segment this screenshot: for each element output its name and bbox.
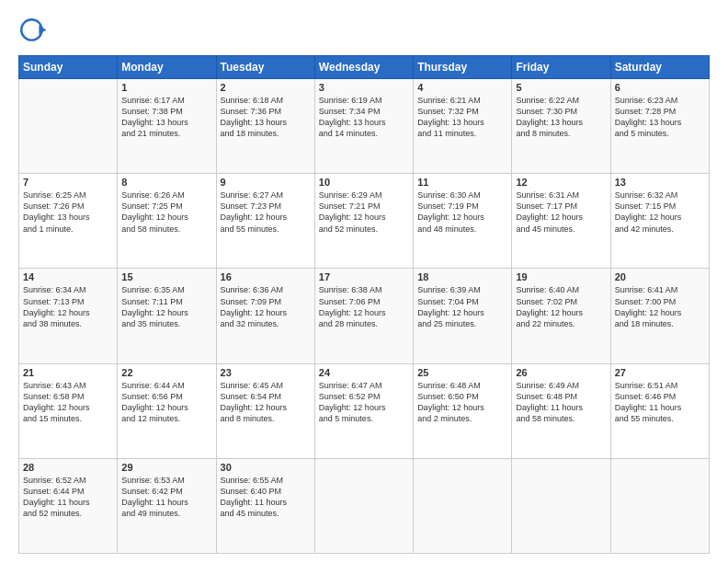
day-number: 30 [221,462,311,473]
day-info: Sunrise: 6:19 AM Sunset: 7:34 PM Dayligh… [319,95,409,140]
calendar-cell: 8Sunrise: 6:26 AM Sunset: 7:25 PM Daylig… [118,174,216,269]
calendar-cell: 20Sunrise: 6:41 AM Sunset: 7:00 PM Dayli… [610,269,709,363]
day-info: Sunrise: 6:49 AM Sunset: 6:48 PM Dayligh… [516,380,606,425]
calendar-week-3: 14Sunrise: 6:34 AM Sunset: 7:13 PM Dayli… [19,269,710,363]
calendar-cell [610,458,709,553]
calendar-header-row: SundayMondayTuesdayWednesdayThursdayFrid… [19,56,710,79]
day-info: Sunrise: 6:29 AM Sunset: 7:21 PM Dayligh… [319,190,409,235]
day-number: 2 [221,82,311,93]
calendar-header-sunday: Sunday [19,56,118,79]
day-number: 5 [516,82,606,93]
calendar-cell: 2Sunrise: 6:18 AM Sunset: 7:36 PM Daylig… [216,79,314,174]
day-info: Sunrise: 6:26 AM Sunset: 7:25 PM Dayligh… [121,190,211,235]
calendar-cell: 28Sunrise: 6:52 AM Sunset: 6:44 PM Dayli… [19,458,118,553]
day-info: Sunrise: 6:52 AM Sunset: 6:44 PM Dayligh… [23,475,113,520]
day-number: 14 [23,271,113,282]
day-info: Sunrise: 6:41 AM Sunset: 7:00 PM Dayligh… [615,284,705,329]
day-number: 3 [319,82,409,93]
calendar-cell: 12Sunrise: 6:31 AM Sunset: 7:17 PM Dayli… [512,174,610,269]
calendar-table: SundayMondayTuesdayWednesdayThursdayFrid… [18,55,710,554]
day-number: 1 [121,82,211,93]
calendar-cell: 24Sunrise: 6:47 AM Sunset: 6:52 PM Dayli… [314,363,413,458]
day-info: Sunrise: 6:47 AM Sunset: 6:52 PM Dayligh… [319,380,409,425]
day-info: Sunrise: 6:51 AM Sunset: 6:46 PM Dayligh… [615,380,705,425]
calendar-cell: 1Sunrise: 6:17 AM Sunset: 7:38 PM Daylig… [118,79,216,174]
day-info: Sunrise: 6:23 AM Sunset: 7:28 PM Dayligh… [615,95,705,140]
calendar-week-4: 21Sunrise: 6:43 AM Sunset: 6:58 PM Dayli… [19,363,710,458]
day-number: 6 [615,82,705,93]
day-info: Sunrise: 6:17 AM Sunset: 7:38 PM Dayligh… [121,95,211,140]
day-number: 24 [319,367,409,378]
calendar-cell [19,79,118,174]
calendar-cell: 6Sunrise: 6:23 AM Sunset: 7:28 PM Daylig… [610,79,709,174]
calendar-cell: 29Sunrise: 6:53 AM Sunset: 6:42 PM Dayli… [118,458,216,553]
calendar-cell: 27Sunrise: 6:51 AM Sunset: 6:46 PM Dayli… [610,363,709,458]
day-info: Sunrise: 6:34 AM Sunset: 7:13 PM Dayligh… [23,284,113,329]
day-number: 19 [516,271,606,282]
day-number: 16 [221,271,311,282]
calendar-header-saturday: Saturday [610,56,709,79]
day-number: 11 [417,177,507,188]
day-info: Sunrise: 6:32 AM Sunset: 7:15 PM Dayligh… [615,190,705,235]
day-number: 17 [319,271,409,282]
calendar-header-wednesday: Wednesday [314,56,413,79]
calendar-header-monday: Monday [118,56,216,79]
day-number: 26 [516,367,606,378]
day-info: Sunrise: 6:55 AM Sunset: 6:40 PM Dayligh… [221,475,311,520]
svg-marker-1 [39,26,46,35]
day-info: Sunrise: 6:43 AM Sunset: 6:58 PM Dayligh… [23,380,113,425]
day-number: 20 [615,271,705,282]
day-number: 12 [516,177,606,188]
calendar-cell: 15Sunrise: 6:35 AM Sunset: 7:11 PM Dayli… [118,269,216,363]
calendar-cell: 5Sunrise: 6:22 AM Sunset: 7:30 PM Daylig… [512,79,610,174]
calendar-cell: 17Sunrise: 6:38 AM Sunset: 7:06 PM Dayli… [314,269,413,363]
day-number: 22 [121,367,211,378]
day-number: 28 [23,462,113,473]
day-info: Sunrise: 6:22 AM Sunset: 7:30 PM Dayligh… [516,95,606,140]
calendar-cell: 3Sunrise: 6:19 AM Sunset: 7:34 PM Daylig… [314,79,413,174]
day-number: 8 [121,177,211,188]
day-info: Sunrise: 6:31 AM Sunset: 7:17 PM Dayligh… [516,190,606,235]
day-number: 18 [417,271,507,282]
logo-icon [18,17,48,46]
calendar-cell [414,458,512,553]
day-info: Sunrise: 6:48 AM Sunset: 6:50 PM Dayligh… [417,380,507,425]
page: SundayMondayTuesdayWednesdayThursdayFrid… [0,0,728,563]
calendar-header-tuesday: Tuesday [216,56,314,79]
day-info: Sunrise: 6:35 AM Sunset: 7:11 PM Dayligh… [121,284,211,329]
day-number: 29 [121,462,211,473]
day-number: 4 [417,82,507,93]
calendar-cell: 18Sunrise: 6:39 AM Sunset: 7:04 PM Dayli… [414,269,512,363]
day-info: Sunrise: 6:40 AM Sunset: 7:02 PM Dayligh… [516,284,606,329]
calendar-cell: 9Sunrise: 6:27 AM Sunset: 7:23 PM Daylig… [216,174,314,269]
day-info: Sunrise: 6:18 AM Sunset: 7:36 PM Dayligh… [221,95,311,140]
day-info: Sunrise: 6:53 AM Sunset: 6:42 PM Dayligh… [121,475,211,520]
day-info: Sunrise: 6:44 AM Sunset: 6:56 PM Dayligh… [121,380,211,425]
day-info: Sunrise: 6:45 AM Sunset: 6:54 PM Dayligh… [221,380,311,425]
day-number: 23 [221,367,311,378]
calendar-header-friday: Friday [512,56,610,79]
day-number: 21 [23,367,113,378]
svg-point-0 [21,19,41,40]
calendar-cell: 13Sunrise: 6:32 AM Sunset: 7:15 PM Dayli… [610,174,709,269]
day-number: 10 [319,177,409,188]
calendar-cell: 23Sunrise: 6:45 AM Sunset: 6:54 PM Dayli… [216,363,314,458]
calendar-week-5: 28Sunrise: 6:52 AM Sunset: 6:44 PM Dayli… [19,458,710,553]
day-number: 13 [615,177,705,188]
calendar-cell: 14Sunrise: 6:34 AM Sunset: 7:13 PM Dayli… [19,269,118,363]
day-info: Sunrise: 6:25 AM Sunset: 7:26 PM Dayligh… [23,190,113,235]
calendar-cell: 26Sunrise: 6:49 AM Sunset: 6:48 PM Dayli… [512,363,610,458]
day-info: Sunrise: 6:21 AM Sunset: 7:32 PM Dayligh… [417,95,507,140]
calendar-cell: 7Sunrise: 6:25 AM Sunset: 7:26 PM Daylig… [19,174,118,269]
calendar-cell: 11Sunrise: 6:30 AM Sunset: 7:19 PM Dayli… [414,174,512,269]
day-info: Sunrise: 6:39 AM Sunset: 7:04 PM Dayligh… [417,284,507,329]
day-info: Sunrise: 6:27 AM Sunset: 7:23 PM Dayligh… [221,190,311,235]
day-info: Sunrise: 6:30 AM Sunset: 7:19 PM Dayligh… [417,190,507,235]
calendar-cell: 25Sunrise: 6:48 AM Sunset: 6:50 PM Dayli… [414,363,512,458]
day-number: 27 [615,367,705,378]
header [18,17,710,46]
day-number: 7 [23,177,113,188]
calendar-cell: 4Sunrise: 6:21 AM Sunset: 7:32 PM Daylig… [414,79,512,174]
calendar-cell: 10Sunrise: 6:29 AM Sunset: 7:21 PM Dayli… [314,174,413,269]
calendar-cell: 22Sunrise: 6:44 AM Sunset: 6:56 PM Dayli… [118,363,216,458]
